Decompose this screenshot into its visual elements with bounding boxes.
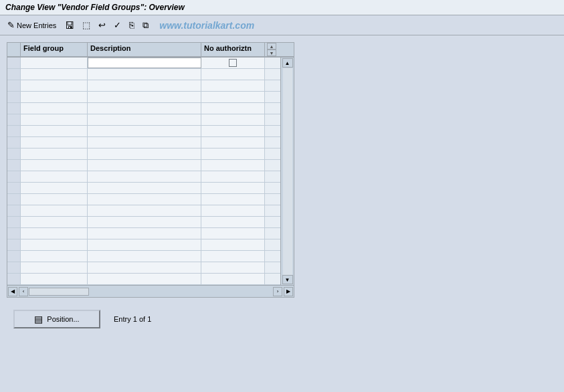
table-row [7,103,280,114]
no-auth-cell[interactable] [201,103,265,114]
field-group-cell[interactable] [21,149,88,159]
description-cell[interactable] [88,69,201,80]
row-selector[interactable] [7,58,21,68]
field-group-cell[interactable] [21,126,88,136]
description-cell[interactable] [88,251,201,262]
row-selector[interactable] [7,183,21,193]
no-auth-cell[interactable] [201,126,265,136]
no-auth-cell[interactable] [201,228,265,239]
h-scroll-left-btn[interactable]: ‹ [19,287,28,296]
row-selector[interactable] [7,126,21,136]
h-scroll-track[interactable] [29,288,89,296]
description-cell[interactable] [88,194,201,205]
description-cell[interactable] [88,114,201,125]
description-cell[interactable] [88,239,201,250]
field-group-cell[interactable] [21,239,88,250]
field-group-cell[interactable] [21,103,88,114]
field-group-cell[interactable] [21,205,88,216]
field-group-cell[interactable] [21,114,88,125]
description-cell[interactable] [88,262,201,273]
field-group-cell[interactable] [21,160,88,171]
field-group-cell[interactable] [21,228,88,239]
row-selector[interactable] [7,217,21,227]
row-selector[interactable] [7,149,21,159]
row-selector[interactable] [7,69,21,80]
field-group-cell[interactable] [21,183,88,193]
no-auth-cell[interactable] [201,114,265,125]
row-selector[interactable] [7,239,21,250]
scroll-up-header-btn[interactable]: ▲ [267,43,276,50]
description-cell[interactable] [88,205,201,216]
description-cell[interactable] [88,171,201,182]
description-cell[interactable] [88,126,201,136]
description-cell[interactable] [88,183,201,193]
field-group-cell[interactable] [21,274,88,284]
no-auth-cell[interactable] [201,160,265,171]
row-selector[interactable] [7,160,21,171]
row-selector[interactable] [7,274,21,284]
description-cell[interactable] [88,217,201,227]
scroll-down-button[interactable]: ▼ [282,275,293,284]
row-selector[interactable] [7,80,21,91]
position-button[interactable]: ▤ Position... [13,310,100,328]
no-auth-cell[interactable] [201,205,265,216]
row-selector[interactable] [7,103,21,114]
description-cell[interactable] [88,228,201,239]
no-auth-cell[interactable] [201,183,265,193]
scroll-track[interactable] [283,68,292,275]
no-auth-cell[interactable] [201,58,265,68]
scroll-down-header-btn[interactable]: ▼ [267,50,276,56]
row-selector[interactable] [7,171,21,182]
no-auth-cell[interactable] [201,217,265,227]
no-auth-cell[interactable] [201,194,265,205]
field-group-cell[interactable] [21,92,88,102]
h-scroll-right-btn[interactable]: › [273,287,282,296]
no-auth-checkbox[interactable] [229,59,237,67]
h-scroll-left-start[interactable]: ◀ [8,287,17,296]
field-group-cell[interactable] [21,80,88,91]
row-selector[interactable] [7,114,21,125]
description-cell[interactable] [88,103,201,114]
no-auth-cell[interactable] [201,92,265,102]
field-group-cell[interactable] [21,69,88,80]
description-cell[interactable] [88,58,201,68]
row-selector[interactable] [7,194,21,205]
no-auth-cell[interactable] [201,171,265,182]
field-group-cell[interactable] [21,194,88,205]
check-button[interactable]: ✓ [111,18,124,32]
copy-from-button[interactable]: ⬚ [80,18,93,32]
row-selector[interactable] [7,92,21,102]
field-group-cell[interactable] [21,262,88,273]
no-auth-cell[interactable] [201,274,265,284]
description-cell[interactable] [88,80,201,91]
no-auth-cell[interactable] [201,262,265,273]
scroll-up-button[interactable]: ▲ [282,58,293,68]
description-cell[interactable] [88,149,201,159]
no-auth-cell[interactable] [201,69,265,80]
field-group-cell[interactable] [21,171,88,182]
field-group-cell[interactable] [21,58,88,68]
no-auth-cell[interactable] [201,239,265,250]
paste-button[interactable]: ⧉ [140,18,151,33]
no-auth-cell[interactable] [201,137,265,148]
no-auth-cell[interactable] [201,149,265,159]
description-cell[interactable] [88,274,201,284]
h-scroll-right-end[interactable]: ▶ [284,287,293,296]
row-selector[interactable] [7,251,21,262]
no-auth-cell[interactable] [201,251,265,262]
description-cell[interactable] [88,160,201,171]
save-button[interactable]: 🖫 [62,18,77,33]
row-selector[interactable] [7,137,21,148]
field-group-cell[interactable] [21,251,88,262]
row-selector[interactable] [7,262,21,273]
description-cell[interactable] [88,137,201,148]
new-entries-button[interactable]: ✎ New Entries [4,18,60,32]
no-auth-cell[interactable] [201,80,265,91]
row-selector[interactable] [7,228,21,239]
row-selector[interactable] [7,205,21,216]
undo-button[interactable]: ↩ [96,18,108,32]
copy-button[interactable]: ⎘ [126,18,137,32]
description-cell[interactable] [88,92,201,102]
field-group-cell[interactable] [21,217,88,227]
field-group-cell[interactable] [21,137,88,148]
